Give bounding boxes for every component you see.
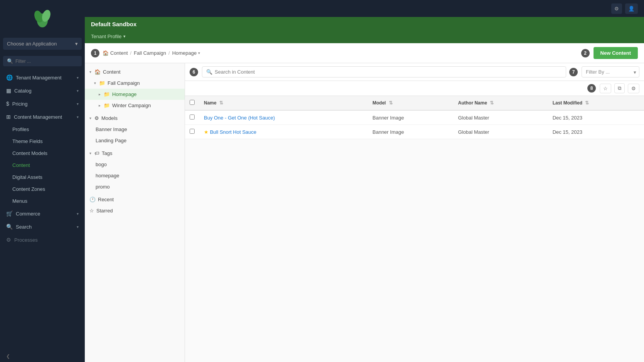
sidebar-item-search[interactable]: 🔍 Search ▾ bbox=[0, 220, 85, 233]
chevron-down-icon: ▾ bbox=[75, 41, 78, 47]
content-item-link[interactable]: Buy One - Get One (Hot Sauce) bbox=[204, 115, 275, 121]
tree-item-models[interactable]: ▾ ⚙ Models bbox=[85, 113, 185, 124]
row-checkbox-cell bbox=[185, 125, 199, 139]
tree-label: Homepage bbox=[112, 91, 137, 97]
new-content-button[interactable]: New Content bbox=[594, 47, 638, 59]
tree-item-winter-campaign[interactable]: ▸ 📁 Winter Campaign bbox=[85, 100, 185, 111]
tree-item-banner-image[interactable]: Banner Image bbox=[85, 124, 185, 135]
content-table: Name ⇅ Model ⇅ Author Name ⇅ bbox=[185, 96, 644, 139]
home-icon: 🏠 bbox=[103, 50, 109, 56]
tree-label: Banner Image bbox=[96, 126, 127, 132]
folder-icon: 📁 bbox=[104, 91, 110, 97]
sidebar-item-content-management[interactable]: ⊞ Content Management ▾ bbox=[0, 110, 85, 123]
bc-content-label: Content bbox=[110, 50, 128, 56]
user-button[interactable]: 👤 bbox=[625, 3, 638, 14]
tree-item-homepage-tag[interactable]: homepage bbox=[85, 170, 185, 181]
chevron-icon: ▾ bbox=[77, 102, 79, 106]
theme-fields-label: Theme Fields bbox=[12, 138, 43, 144]
tree-label: promo bbox=[96, 184, 110, 190]
content-item-link[interactable]: Bull Snort Hot Sauce bbox=[210, 129, 257, 135]
settings-button[interactable]: ⚙ bbox=[611, 3, 622, 14]
breadcrumb: 1 🏠 Content / Fall Campaign / Homepage ▾ bbox=[91, 49, 200, 57]
tree-item-recent[interactable]: 🕐 Recent bbox=[85, 194, 185, 205]
chevron-icon: ▾ bbox=[77, 212, 79, 216]
sidebar-item-digital-assets[interactable]: Digital Assets bbox=[0, 171, 85, 183]
sidebar-item-label: Commerce bbox=[16, 211, 40, 217]
sidebar-item-theme-fields[interactable]: Theme Fields bbox=[0, 135, 85, 147]
star-toolbar-button[interactable]: ☆ bbox=[600, 84, 611, 93]
sidebar-item-commerce[interactable]: 🛒 Commerce ▾ bbox=[0, 207, 85, 220]
step-1-badge: 1 bbox=[91, 49, 99, 57]
tree-label: Content bbox=[103, 69, 121, 75]
breadcrumb-homepage[interactable]: Homepage ▾ bbox=[172, 50, 200, 56]
recent-icon: 🕐 bbox=[89, 197, 96, 202]
bc-homepage-label: Homepage bbox=[172, 50, 197, 56]
breadcrumb-bar: 1 🏠 Content / Fall Campaign / Homepage ▾… bbox=[85, 43, 644, 63]
sidebar-item-pricing[interactable]: $ Pricing ▾ bbox=[0, 97, 85, 110]
sidebar-item-content-zones[interactable]: Content Zones bbox=[0, 183, 85, 195]
models-icon: ⚙ bbox=[94, 115, 99, 121]
chevron-icon: ▸ bbox=[99, 103, 101, 108]
table-header-modified[interactable]: Last Modified ⇅ bbox=[548, 96, 644, 110]
sidebar-item-content[interactable]: Content bbox=[0, 159, 85, 171]
star-icon: ☆ bbox=[89, 208, 94, 214]
search-input[interactable] bbox=[215, 69, 562, 75]
step-6-badge: 6 bbox=[190, 68, 198, 76]
select-all-checkbox[interactable] bbox=[190, 100, 195, 105]
content-models-label: Content Models bbox=[12, 150, 47, 156]
sidebar-item-menus[interactable]: Menus bbox=[0, 195, 85, 207]
globe-icon: 🌐 bbox=[6, 74, 13, 81]
tree-item-starred[interactable]: ☆ Starred bbox=[85, 205, 185, 216]
tree-item-promo[interactable]: promo bbox=[85, 181, 185, 192]
nav-filter[interactable]: 🔍 bbox=[3, 56, 82, 66]
star-icon: ☆ bbox=[603, 86, 608, 91]
sidebar-item-label: Catalog bbox=[14, 88, 32, 94]
breadcrumb-fall-campaign[interactable]: Fall Campaign bbox=[134, 50, 166, 56]
top-bar: ⚙ 👤 bbox=[85, 0, 644, 17]
copy-toolbar-button[interactable]: ⧉ bbox=[614, 83, 625, 93]
tree-item-tags[interactable]: ▾ 🏷 Tags bbox=[85, 148, 185, 159]
home-icon: 🏠 bbox=[94, 69, 101, 75]
workspace-header: Default Sandbox bbox=[85, 17, 644, 31]
table-row: ★ Bull Snort Hot Sauce Banner Image Glob… bbox=[185, 125, 644, 139]
table-header-author[interactable]: Author Name ⇅ bbox=[454, 96, 548, 110]
settings-toolbar-button[interactable]: ⚙ bbox=[628, 84, 639, 93]
tree-item-homepage[interactable]: ▸ 📁 Homepage bbox=[85, 89, 185, 100]
workspace-title: Default Sandbox bbox=[91, 21, 136, 27]
table-header-name[interactable]: Name ⇅ bbox=[199, 96, 368, 110]
folder-icon: 📁 bbox=[99, 80, 105, 86]
nav-filter-input[interactable] bbox=[15, 59, 78, 64]
search-icon: 🔍 bbox=[7, 58, 13, 64]
toolbar-row: 8 ☆ ⧉ ⚙ bbox=[185, 81, 644, 96]
sidebar-item-content-models[interactable]: Content Models bbox=[0, 147, 85, 159]
app-selector[interactable]: Choose an Application ▾ bbox=[3, 38, 82, 50]
search-input-wrap: 🔍 bbox=[202, 66, 566, 77]
copy-icon: ⧉ bbox=[618, 85, 621, 91]
sort-icon: ⇅ bbox=[490, 100, 494, 106]
row-checkbox[interactable] bbox=[190, 114, 195, 120]
layers-icon: ⊞ bbox=[6, 114, 11, 120]
row-checkbox[interactable] bbox=[190, 129, 195, 134]
sidebar-item-profiles[interactable]: Profiles bbox=[0, 123, 85, 135]
tree-item-content[interactable]: ▾ 🏠 Content bbox=[85, 66, 185, 77]
breadcrumb-content[interactable]: 🏠 Content bbox=[103, 50, 128, 56]
app-selector-label: Choose an Application bbox=[7, 41, 57, 47]
sidebar-item-processes[interactable]: ⚙ Processes bbox=[0, 233, 85, 246]
starred-icon: ★ bbox=[204, 129, 209, 135]
tree-label: Starred bbox=[96, 208, 113, 214]
digital-assets-label: Digital Assets bbox=[12, 174, 42, 180]
tree-label: Models bbox=[101, 115, 118, 121]
collapse-nav-button[interactable]: ❮ bbox=[0, 350, 85, 362]
settings-icon: ⚙ bbox=[631, 86, 636, 91]
table-header-model[interactable]: Model ⇅ bbox=[368, 96, 454, 110]
filter-by-select[interactable]: Filter By ... bbox=[582, 66, 639, 77]
chevron-icon: ▾ bbox=[89, 116, 91, 120]
tree-item-landing-page[interactable]: Landing Page bbox=[85, 135, 185, 146]
gear-icon: ⚙ bbox=[614, 6, 619, 12]
sidebar-item-catalog[interactable]: ▦ Catalog ▾ bbox=[0, 84, 85, 97]
tree-label: Winter Campaign bbox=[112, 103, 151, 108]
sidebar-item-tenant-management[interactable]: 🌐 Tenant Management ▾ bbox=[0, 71, 85, 84]
tree-item-bogo[interactable]: bogo bbox=[85, 159, 185, 170]
table-row: Buy One - Get One (Hot Sauce) Banner Ima… bbox=[185, 110, 644, 125]
tree-item-fall-campaign[interactable]: ▾ 📁 Fall Campaign bbox=[85, 77, 185, 89]
